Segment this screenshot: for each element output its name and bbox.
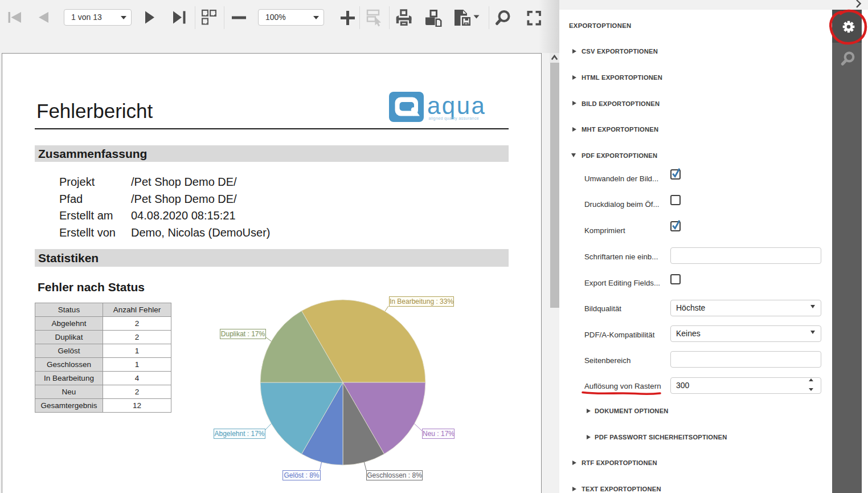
svg-text:aligned quality assurance: aligned quality assurance (429, 116, 480, 121)
svg-text:aqua: aqua (427, 92, 486, 119)
